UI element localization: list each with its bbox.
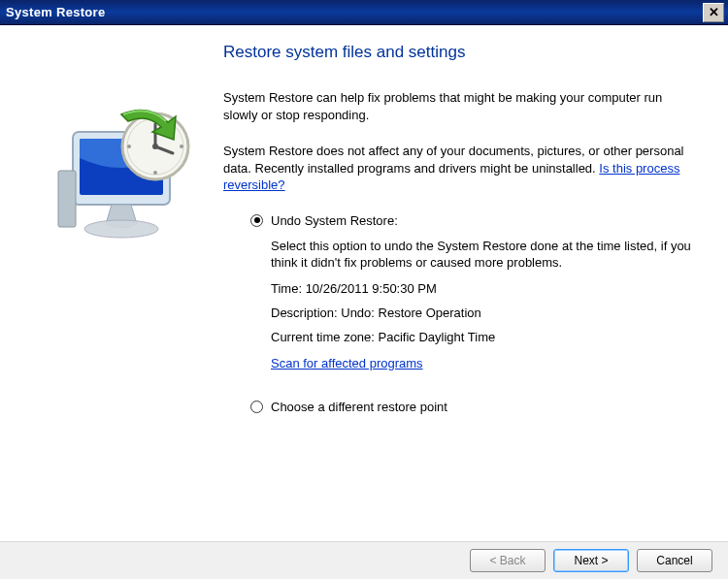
content-area: Restore system files and settings System… bbox=[0, 25, 728, 541]
desc-value: Undo: Restore Operation bbox=[341, 306, 481, 320]
time-label: Time: bbox=[271, 281, 306, 296]
back-button[interactable]: < Back bbox=[470, 549, 546, 572]
tz-label: Current time zone: bbox=[271, 330, 379, 344]
desc-label: Description: bbox=[271, 306, 341, 320]
close-icon: ✕ bbox=[709, 5, 719, 19]
intro-text-2: System Restore does not affect any of yo… bbox=[223, 143, 699, 194]
svg-point-12 bbox=[127, 145, 131, 148]
main-panel: Restore system files and settings System… bbox=[223, 25, 728, 541]
svg-point-10 bbox=[180, 145, 183, 148]
svg-point-8 bbox=[152, 144, 158, 149]
restore-description: Description: Undo: Restore Operation bbox=[271, 306, 699, 320]
tz-value: Pacific Daylight Time bbox=[379, 330, 496, 344]
svg-point-2 bbox=[84, 220, 158, 238]
intro-text-1: System Restore can help fix problems tha… bbox=[223, 89, 699, 123]
restore-options: Undo System Restore: Select this option … bbox=[250, 213, 699, 414]
option-choose-different[interactable]: Choose a different restore point bbox=[250, 400, 699, 414]
option-choose-label: Choose a different restore point bbox=[271, 400, 447, 414]
system-restore-icon bbox=[29, 74, 194, 258]
close-button[interactable]: ✕ bbox=[703, 3, 724, 22]
page-heading: Restore system files and settings bbox=[223, 43, 699, 62]
scan-link-wrap: Scan for affected programs bbox=[271, 356, 699, 370]
option-undo-details: Select this option to undo the System Re… bbox=[271, 238, 699, 370]
undo-description: Select this option to undo the System Re… bbox=[271, 238, 699, 272]
next-button[interactable]: Next > bbox=[553, 549, 629, 572]
restore-time: Time: 10/26/2011 9:50:30 PM bbox=[271, 281, 699, 296]
left-panel bbox=[0, 25, 223, 541]
radio-icon bbox=[250, 214, 263, 227]
option-undo-restore[interactable]: Undo System Restore: bbox=[250, 213, 699, 228]
scan-affected-link[interactable]: Scan for affected programs bbox=[271, 356, 423, 370]
option-undo-label: Undo System Restore: bbox=[271, 213, 398, 228]
window-title: System Restore bbox=[6, 5, 703, 19]
titlebar: System Restore ✕ bbox=[0, 0, 728, 25]
svg-point-11 bbox=[153, 171, 157, 175]
restore-timezone: Current time zone: Pacific Daylight Time bbox=[271, 330, 699, 344]
time-value: 10/26/2011 9:50:30 PM bbox=[306, 281, 437, 296]
cancel-button[interactable]: Cancel bbox=[637, 549, 712, 572]
wizard-button-bar: < Back Next > Cancel bbox=[0, 541, 728, 579]
radio-icon bbox=[250, 401, 263, 413]
svg-rect-3 bbox=[58, 171, 76, 227]
